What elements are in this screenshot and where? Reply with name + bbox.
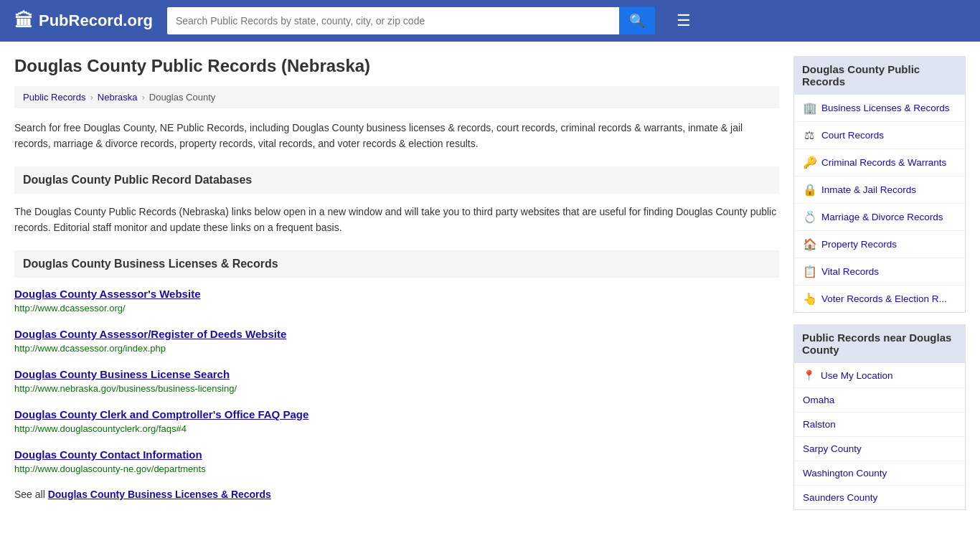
- sidebar-public-records-header: Douglas County Public Records: [793, 56, 966, 95]
- record-entry: Douglas County Assessor/Register of Deed…: [14, 328, 779, 357]
- record-entry: Douglas County Business License Search h…: [14, 368, 779, 397]
- sidebar-category-icon-1: ⚖: [803, 128, 816, 142]
- databases-description: The Douglas County Public Records (Nebra…: [14, 204, 779, 236]
- page-title: Douglas County Public Records (Nebraska): [14, 56, 779, 76]
- record-entry: Douglas County Clerk and Comptroller's O…: [14, 408, 779, 437]
- record-entry: Douglas County Assessor's Website http:/…: [14, 288, 779, 316]
- nearby-item-5[interactable]: Saunders County: [794, 486, 965, 509]
- see-all-text: See all Douglas County Business Licenses…: [14, 489, 779, 500]
- sidebar-category-label-6: Vital Records: [821, 266, 879, 277]
- sidebar-category-icon-7: 👆: [803, 292, 816, 306]
- business-section-header: Douglas County Business Licenses & Recor…: [14, 250, 779, 278]
- search-input[interactable]: [167, 7, 619, 34]
- sidebar-category-icon-2: 🔑: [803, 156, 816, 169]
- nearby-list: 📍 Use My Location Omaha Ralston Sarpy Co…: [793, 363, 966, 510]
- public-records-sidebar-box: Douglas County Public Records 🏢 Business…: [793, 56, 966, 313]
- main-layout: Douglas County Public Records (Nebraska)…: [0, 42, 980, 536]
- sidebar-category-3[interactable]: 🔒 Inmate & Jail Records: [794, 176, 965, 204]
- site-logo[interactable]: 🏛 PubRecord.org: [14, 10, 153, 32]
- nearby-label-3: Sarpy County: [803, 443, 862, 454]
- record-url-1: http://www.dcassessor.org/index.php: [14, 343, 166, 354]
- sidebar-category-icon-6: 📋: [803, 265, 816, 278]
- sidebar-categories-list: 🏢 Business Licenses & Records ⚖ Court Re…: [793, 95, 966, 313]
- breadcrumb-nebraska[interactable]: Nebraska: [98, 92, 138, 103]
- record-title-0[interactable]: Douglas County Assessor's Website: [14, 288, 779, 300]
- logo-text: PubRecord.org: [39, 11, 153, 30]
- see-all-link[interactable]: Douglas County Business Licenses & Recor…: [48, 489, 271, 500]
- see-all-prefix: See all: [14, 489, 45, 500]
- nearby-item-1[interactable]: Omaha: [794, 388, 965, 413]
- search-bar: 🔍: [167, 7, 655, 34]
- breadcrumb-sep-2: ›: [141, 92, 144, 103]
- record-title-2[interactable]: Douglas County Business License Search: [14, 368, 779, 380]
- nearby-item-4[interactable]: Washington County: [794, 461, 965, 486]
- location-icon-0: 📍: [803, 369, 815, 381]
- sidebar-category-icon-4: 💍: [803, 210, 816, 224]
- nearby-item-3[interactable]: Sarpy County: [794, 437, 965, 461]
- record-entry: Douglas County Contact Information http:…: [14, 448, 779, 477]
- record-url-3: http://www.douglascountyclerk.org/faqs#4: [14, 423, 187, 434]
- record-title-1[interactable]: Douglas County Assessor/Register of Deed…: [14, 328, 779, 340]
- sidebar-category-label-5: Property Records: [821, 239, 897, 250]
- breadcrumb-current: Douglas County: [149, 92, 216, 103]
- sidebar-category-6[interactable]: 📋 Vital Records: [794, 258, 965, 286]
- breadcrumb-sep-1: ›: [90, 92, 93, 103]
- sidebar-category-label-1: Court Records: [821, 130, 884, 141]
- nearby-label-0: Use My Location: [821, 370, 893, 381]
- sidebar-category-5[interactable]: 🏠 Property Records: [794, 231, 965, 258]
- nearby-label-4: Washington County: [803, 468, 887, 479]
- sidebar: Douglas County Public Records 🏢 Business…: [793, 56, 966, 522]
- sidebar-category-icon-3: 🔒: [803, 183, 816, 197]
- nearby-item-2[interactable]: Ralston: [794, 413, 965, 437]
- sidebar-category-icon-0: 🏢: [803, 101, 816, 115]
- page-description: Search for free Douglas County, NE Publi…: [14, 120, 779, 152]
- nearby-header: Public Records near Douglas County: [793, 324, 966, 363]
- site-header: 🏛 PubRecord.org 🔍 ☰: [0, 0, 980, 42]
- content-area: Douglas County Public Records (Nebraska)…: [14, 56, 779, 522]
- record-url-2: http://www.nebraska.gov/business/busines…: [14, 383, 237, 394]
- record-url-0: http://www.dcassessor.org/: [14, 303, 126, 314]
- records-list: Douglas County Assessor's Website http:/…: [14, 288, 779, 477]
- nearby-sidebar-box: Public Records near Douglas County 📍 Use…: [793, 324, 966, 510]
- sidebar-category-7[interactable]: 👆 Voter Records & Election R...: [794, 286, 965, 312]
- sidebar-category-2[interactable]: 🔑 Criminal Records & Warrants: [794, 149, 965, 176]
- nearby-label-2: Ralston: [803, 419, 836, 430]
- record-title-4[interactable]: Douglas County Contact Information: [14, 448, 779, 461]
- sidebar-category-label-0: Business Licenses & Records: [821, 103, 950, 113]
- breadcrumb-public-records[interactable]: Public Records: [23, 92, 85, 103]
- sidebar-category-label-2: Criminal Records & Warrants: [821, 157, 946, 168]
- search-button[interactable]: 🔍: [619, 7, 655, 34]
- databases-section-header: Douglas County Public Record Databases: [14, 166, 779, 194]
- sidebar-category-label-4: Marriage & Divorce Records: [821, 212, 943, 222]
- sidebar-category-4[interactable]: 💍 Marriage & Divorce Records: [794, 204, 965, 231]
- sidebar-category-0[interactable]: 🏢 Business Licenses & Records: [794, 95, 965, 122]
- sidebar-category-label-7: Voter Records & Election R...: [821, 293, 947, 304]
- nearby-item-0[interactable]: 📍 Use My Location: [794, 363, 965, 388]
- nearby-label-1: Omaha: [803, 395, 834, 405]
- breadcrumb: Public Records › Nebraska › Douglas Coun…: [14, 86, 779, 108]
- menu-button[interactable]: ☰: [677, 13, 691, 29]
- nearby-label-5: Saunders County: [803, 492, 877, 503]
- record-url-4: http://www.douglascounty-ne.gov/departme…: [14, 463, 206, 474]
- record-title-3[interactable]: Douglas County Clerk and Comptroller's O…: [14, 408, 779, 420]
- sidebar-category-label-3: Inmate & Jail Records: [821, 184, 916, 195]
- sidebar-category-icon-5: 🏠: [803, 237, 816, 251]
- sidebar-category-1[interactable]: ⚖ Court Records: [794, 122, 965, 149]
- logo-icon: 🏛: [14, 10, 33, 32]
